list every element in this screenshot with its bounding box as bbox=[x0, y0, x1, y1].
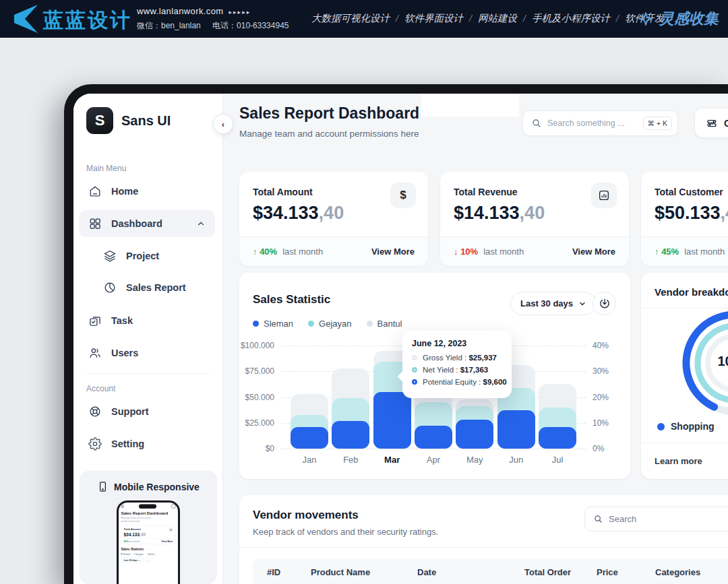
table-header-row: #IDProduct NameDateTotal OrderPriceCateg… bbox=[253, 559, 728, 584]
stat-value: $34.133 bbox=[253, 203, 319, 223]
view-more-link[interactable]: View More bbox=[572, 247, 615, 257]
bar-sleman bbox=[539, 427, 576, 449]
mini-stat-card: $ Total Amount $34.133,40 40% last month… bbox=[121, 525, 176, 544]
sidebar-item-support[interactable]: Support bbox=[79, 398, 215, 425]
sidebar-item-sales-report[interactable]: Sales Report bbox=[79, 274, 215, 301]
date-range-dropdown[interactable]: Last 30 days bbox=[510, 292, 597, 315]
vendor-legend: Shopping bbox=[657, 421, 728, 432]
users-icon bbox=[88, 346, 102, 360]
chevron-up-icon bbox=[196, 219, 206, 228]
stat-value: $50.133 bbox=[655, 203, 721, 223]
x-axis-label: May bbox=[456, 455, 493, 465]
bar-sleman bbox=[497, 410, 535, 449]
bar-chart-icon bbox=[591, 183, 617, 208]
stat-title: Total Customer bbox=[655, 187, 723, 197]
trend-badge: ↓ 10% bbox=[454, 247, 478, 257]
mini-card-title: Total Amount bbox=[124, 528, 173, 531]
lanlan-logo-icon bbox=[9, 5, 40, 33]
banner-menu-item[interactable]: 软件界面设计 bbox=[404, 13, 463, 24]
banner-menu-item[interactable]: 大数据可视化设计 bbox=[311, 13, 390, 24]
chart-tooltip: June 12, 2023 Gross Yield : $25,937 Net … bbox=[402, 331, 512, 398]
trend-note: last month bbox=[483, 247, 524, 257]
download-button[interactable] bbox=[593, 292, 616, 315]
promo-banner: 蓝蓝设计 www.lanlanwork.com▸▸▸▸▸ 微信：ben_lanl… bbox=[0, 0, 728, 38]
x-axis-label: Mar bbox=[373, 455, 411, 465]
x-axis-label: Jun bbox=[497, 455, 535, 465]
vendor-breakdown-card: Vendor breakdown 100% Shopping Learn mor… bbox=[641, 273, 728, 479]
tooltip-date: June 12, 2023 bbox=[412, 339, 504, 348]
dashboard-screen: S Sans UI Main Menu Home Dashboard Proje… bbox=[73, 94, 728, 584]
sidebar-item-task[interactable]: Task bbox=[79, 307, 215, 334]
banner-wechat: 微信：ben_lanlan bbox=[137, 21, 201, 30]
stat-title: Total Revenue bbox=[454, 187, 518, 197]
sidebar-item-home[interactable]: Home bbox=[79, 178, 215, 205]
stat-card-total-revenue: Total Revenue $14.133,40 ↓ 10% last mont… bbox=[440, 172, 629, 266]
search-icon bbox=[593, 514, 603, 524]
chart-bar-group bbox=[539, 346, 576, 449]
x-axis-label: Apr bbox=[415, 455, 452, 465]
customize-button[interactable]: Cu bbox=[694, 108, 728, 138]
dollar-icon: $ bbox=[390, 183, 416, 208]
gear-icon bbox=[88, 437, 102, 451]
sidebar-item-label: Home bbox=[111, 186, 138, 197]
download-icon bbox=[599, 298, 611, 310]
search-icon bbox=[531, 118, 542, 129]
legend-dot bbox=[308, 321, 314, 327]
sidebar-item-project[interactable]: Project bbox=[79, 242, 215, 269]
table-search[interactable] bbox=[584, 507, 728, 531]
mobile-responsive-card: Mobile Responsive ☰ Sales Report Dashboa… bbox=[80, 471, 217, 584]
global-search[interactable]: ⌘ + K bbox=[522, 110, 678, 136]
phone-notch bbox=[139, 505, 156, 509]
learn-more-link[interactable]: Learn more bbox=[655, 456, 702, 466]
pie-chart-icon bbox=[103, 281, 117, 294]
trend-badge: ↑ 45% bbox=[655, 247, 679, 257]
layers-icon bbox=[103, 249, 117, 263]
banner-collect-link[interactable]: 灵感收集 bbox=[638, 9, 719, 29]
view-more-link[interactable]: View More bbox=[371, 247, 415, 257]
table-column-header: Categories bbox=[655, 567, 700, 577]
table-column-header: #ID bbox=[267, 567, 280, 577]
device-frame: S Sans UI Main Menu Home Dashboard Proje… bbox=[64, 84, 728, 584]
banner-menu-item[interactable]: 网站建设 bbox=[478, 13, 517, 24]
chart-legend: Sleman Gejayan Bantul bbox=[253, 319, 402, 329]
banner-contact: www.lanlanwork.com▸▸▸▸▸ 微信：ben_lanlan 电话… bbox=[137, 6, 299, 32]
x-axis-label: Jan bbox=[291, 455, 328, 465]
stat-value: $14.133 bbox=[454, 203, 520, 223]
stat-title: Total Amount bbox=[253, 187, 313, 197]
mini-dollar-icon: $ bbox=[169, 528, 173, 533]
sidebar-collapse-button[interactable]: ‹ bbox=[213, 114, 233, 134]
vendor-movements-subtitle: Keep track of vendors and their security… bbox=[253, 527, 438, 537]
bar-sleman bbox=[332, 421, 369, 449]
shortcut-badge: ⌘ + K bbox=[643, 117, 672, 130]
main-menu-label: Main Menu bbox=[86, 164, 126, 173]
top-highlight-block bbox=[421, 94, 519, 117]
sidebar-divider bbox=[86, 373, 210, 374]
home-icon bbox=[88, 185, 102, 198]
sidebar-item-label: Dashboard bbox=[111, 218, 162, 229]
bar-sleman bbox=[415, 426, 452, 449]
donut-center-value: 100% bbox=[708, 354, 728, 369]
y-axis-left: $100.000$75.000$50.000$25.000$0 bbox=[239, 346, 274, 449]
table-search-input[interactable] bbox=[609, 514, 728, 524]
sidebar-item-label: Sales Report bbox=[126, 282, 186, 293]
banner-menu-item[interactable]: 手机及小程序设计 bbox=[532, 13, 610, 24]
mini-title: Sales Report Dashboard bbox=[121, 511, 176, 515]
stat-card-total-customer: Total Customer $50.133,40 ↑ 45% last mon… bbox=[641, 172, 728, 266]
banner-website[interactable]: www.lanlanwork.com bbox=[137, 6, 224, 16]
bar-sleman bbox=[291, 427, 328, 449]
sidebar-item-setting[interactable]: Setting bbox=[79, 430, 215, 457]
sidebar-item-label: Setting bbox=[111, 439, 144, 449]
trend-note: last month bbox=[282, 247, 323, 257]
banner-menu: 大数据可视化设计/软件界面设计/网站建设/手机及小程序设计/软件开发 bbox=[311, 12, 615, 25]
brand-logo-icon: S bbox=[86, 107, 113, 134]
sidebar-item-label: Task bbox=[111, 315, 133, 326]
search-input[interactable] bbox=[547, 119, 643, 128]
mini-search-icon bbox=[171, 505, 176, 509]
task-check-icon bbox=[88, 314, 102, 327]
mini-view-more: View More bbox=[161, 540, 173, 543]
life-buoy-icon bbox=[88, 405, 102, 418]
sidebar-item-users[interactable]: Users bbox=[79, 339, 215, 366]
bar-sleman bbox=[373, 392, 411, 449]
smartphone-icon bbox=[97, 481, 109, 492]
sidebar-item-dashboard[interactable]: Dashboard bbox=[79, 210, 215, 237]
